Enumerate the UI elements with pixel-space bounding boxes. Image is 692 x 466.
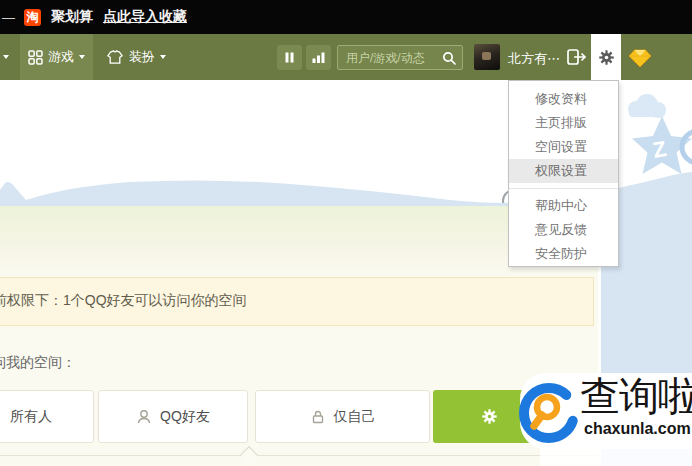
username-label[interactable]: 北方有⋯ xyxy=(508,50,560,68)
cloud-icon xyxy=(628,94,666,118)
menu-item-help-center[interactable]: 帮助中心 xyxy=(509,194,618,218)
visitor-stats-button[interactable] xyxy=(306,45,331,70)
permission-notice-bar: 前权限下：1个QQ好友可以访问你的空间 xyxy=(0,277,594,326)
pause-icon xyxy=(283,51,296,64)
watermark-domain: chaxunla.com xyxy=(584,420,691,438)
nav-dressup-label: 装扮 xyxy=(129,48,155,66)
option-label: QQ好友 xyxy=(160,408,210,426)
watermark-title: 查询啦 xyxy=(580,369,692,424)
yellow-diamond-icon[interactable] xyxy=(628,48,652,68)
partial-ring-decoration xyxy=(682,131,692,163)
menu-item-space-settings[interactable]: 空间设置 xyxy=(509,135,618,159)
gear-icon xyxy=(598,49,615,66)
watermark-fade xyxy=(540,448,692,466)
nav-dressup[interactable]: 装扮 xyxy=(100,34,172,80)
option-only-me-button[interactable]: 仅自己 xyxy=(255,390,430,443)
lock-icon xyxy=(310,409,326,425)
nav-games[interactable]: 游戏 xyxy=(20,34,93,80)
shirt-icon xyxy=(106,49,124,65)
search-box xyxy=(337,45,463,70)
logout-icon[interactable] xyxy=(566,47,588,67)
settings-dropdown-menu: 修改资料 主页排版 空间设置 权限设置 帮助中心 意见反馈 安全防护 xyxy=(508,80,619,267)
person-icon xyxy=(136,409,152,425)
option-everyone-button[interactable]: 所有人 xyxy=(0,390,94,443)
chevron-down-icon xyxy=(160,55,166,59)
option-label: 仅自己 xyxy=(334,408,376,426)
chevron-down-icon[interactable] xyxy=(3,55,9,59)
nav-games-label: 游戏 xyxy=(48,48,74,66)
chaxunla-watermark: 查询啦 chaxunla.com xyxy=(520,373,692,449)
menu-item-homepage-layout[interactable]: 主页排版 xyxy=(509,111,618,135)
privacy-question-label: 问我的空间： xyxy=(0,354,76,372)
chevron-down-icon xyxy=(79,55,85,59)
panel-bottom-divider xyxy=(0,455,598,456)
option-label: 所有人 xyxy=(10,408,52,426)
panel-notch xyxy=(239,446,259,466)
option-qq-friends-button[interactable]: QQ好友 xyxy=(98,390,248,443)
settings-gear-button[interactable] xyxy=(591,34,621,80)
search-icon[interactable] xyxy=(442,51,457,66)
menu-item-permission-settings[interactable]: 权限设置 xyxy=(509,159,618,183)
people-icon xyxy=(0,409,2,425)
permission-notice-text: 前权限下：1个QQ好友可以访问你的空间 xyxy=(0,292,593,310)
bar-chart-icon xyxy=(311,51,326,64)
gear-icon xyxy=(481,408,498,425)
qzone-navbar: 游戏 装扮 北方有⋯ xyxy=(0,34,692,80)
menu-item-edit-profile[interactable]: 修改资料 xyxy=(509,87,618,111)
avatar[interactable] xyxy=(474,44,500,70)
pause-music-button[interactable] xyxy=(277,45,302,70)
grid-icon xyxy=(28,50,43,65)
menu-item-security[interactable]: 安全防护 xyxy=(509,242,618,266)
chaxunla-logo-icon xyxy=(516,377,586,447)
menu-divider xyxy=(509,188,618,189)
menu-item-feedback[interactable]: 意见反馈 xyxy=(509,218,618,242)
